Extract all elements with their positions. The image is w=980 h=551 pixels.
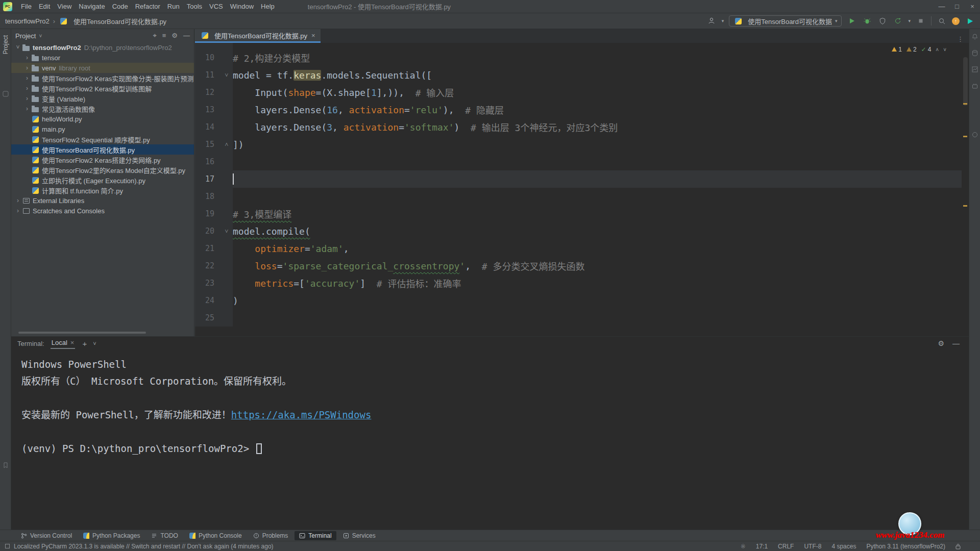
- terminal-tab-local[interactable]: Local ×: [51, 338, 76, 349]
- menu-code[interactable]: Code: [109, 3, 132, 10]
- tab-options-icon[interactable]: ⋮: [957, 35, 969, 43]
- tree-chevron-icon[interactable]: ›: [23, 105, 31, 112]
- code-line[interactable]: 18: [195, 188, 962, 205]
- search-everywhere-icon[interactable]: [937, 16, 947, 26]
- toolwindow-button-version-control[interactable]: Version Control: [16, 531, 77, 540]
- collapse-all-icon[interactable]: ≡: [162, 32, 166, 40]
- menu-file[interactable]: File: [17, 3, 35, 10]
- menu-view[interactable]: View: [54, 3, 75, 10]
- scrollbar-thumb[interactable]: [963, 57, 968, 106]
- sciview-stripe-icon[interactable]: [971, 66, 978, 73]
- plugins-stripe-icon[interactable]: [971, 82, 978, 89]
- code-line[interactable]: 15˄]): [195, 136, 962, 153]
- menu-window[interactable]: Window: [227, 3, 257, 10]
- menu-navigate[interactable]: Navigate: [75, 3, 108, 10]
- coverage-button[interactable]: [877, 16, 888, 26]
- menu-run[interactable]: Run: [164, 3, 183, 10]
- code-line[interactable]: 25: [195, 309, 962, 327]
- tree-item[interactable]: ›常见激活函数图像: [11, 104, 194, 114]
- tree-item[interactable]: ˅tensorflowPro2D:\python_pro\tensorflowP…: [11, 42, 194, 53]
- menu-help[interactable]: Help: [257, 3, 278, 10]
- tree-chevron-icon[interactable]: ›: [23, 54, 31, 61]
- learn-icon[interactable]: [965, 16, 975, 26]
- toolwindow-button-python-packages[interactable]: Python Packages: [79, 531, 144, 540]
- git-user-icon[interactable]: [706, 16, 717, 26]
- toolwindow-button-terminal[interactable]: Terminal: [295, 531, 336, 540]
- tree-item[interactable]: 立即执行模式 (Eager Execution).py: [11, 175, 194, 185]
- status-item-3[interactable]: 4 spaces: [831, 543, 856, 550]
- menu-refactor[interactable]: Refactor: [132, 3, 164, 10]
- menu-tools[interactable]: Tools: [183, 3, 206, 10]
- warning-stripe-mark[interactable]: [963, 103, 967, 105]
- minimize-button[interactable]: —: [934, 3, 949, 10]
- settings-gear-icon[interactable]: ⚙: [172, 32, 178, 40]
- tree-item[interactable]: helloWorld.py: [11, 114, 194, 124]
- warning-stripe-mark[interactable]: [963, 205, 967, 207]
- code-line[interactable]: 11˅model = tf.keras.models.Sequential([: [195, 66, 962, 84]
- warning-stripe-mark[interactable]: [963, 136, 967, 137]
- tree-item[interactable]: TensorFlow2 Sequential 顺序模型.py: [11, 134, 194, 144]
- database-stripe-icon[interactable]: [971, 49, 978, 57]
- horizontal-scrollbar[interactable]: [18, 332, 146, 334]
- editor-scrollbar[interactable]: [962, 43, 969, 336]
- toolwindow-button-problems[interactable]: Problems: [249, 531, 293, 540]
- code-line[interactable]: 16: [195, 153, 962, 170]
- update-notification-icon[interactable]: ↑: [952, 17, 960, 25]
- chevron-down-icon[interactable]: ˅: [39, 33, 42, 39]
- profiler-button[interactable]: [893, 16, 903, 26]
- tree-item[interactable]: 使用TensorFlow2里的Keras Model自定义模型.py: [11, 165, 194, 175]
- run-button[interactable]: [847, 16, 857, 26]
- toolwindow-button-python-console[interactable]: Python Console: [185, 531, 247, 540]
- tab-close-icon[interactable]: ×: [311, 32, 315, 39]
- tree-item[interactable]: ›变量 (Variable): [11, 93, 194, 104]
- terminal-output[interactable]: Windows PowerShell版权所有（C） Microsoft Corp…: [11, 350, 969, 457]
- code-line[interactable]: 14 layers.Dense(3, activation='softmax')…: [195, 118, 962, 136]
- tree-item[interactable]: ›使用TensorFlow2 Keras模型训练图解: [11, 83, 194, 93]
- fold-icon[interactable]: ˅: [220, 228, 233, 235]
- code-line[interactable]: 24): [195, 292, 962, 309]
- terminal-settings-gear-icon[interactable]: ⚙: [938, 339, 944, 347]
- lock-icon[interactable]: [955, 543, 961, 549]
- tree-chevron-icon[interactable]: ›: [23, 64, 31, 71]
- tree-item[interactable]: ›venvlibrary root: [11, 63, 194, 73]
- run-configuration-select[interactable]: 使用TensorBoard可视化数据 ▾: [729, 15, 842, 27]
- tree-chevron-icon[interactable]: ›: [23, 95, 31, 102]
- locate-file-icon[interactable]: ⌖: [153, 32, 156, 40]
- tree-item[interactable]: 使用TensorBoard可视化数据.py: [11, 144, 194, 155]
- chevron-down-icon[interactable]: ▾: [908, 18, 911, 23]
- menu-vcs[interactable]: VCS: [206, 3, 227, 10]
- code-line[interactable]: 9: [195, 43, 962, 49]
- code-line[interactable]: 10# 2,构建分类模型: [195, 49, 962, 66]
- fold-icon[interactable]: ˅: [220, 71, 233, 79]
- tree-chevron-icon[interactable]: ˅: [14, 44, 21, 51]
- gradle-stripe-icon[interactable]: [971, 131, 978, 138]
- terminal-link[interactable]: https://aka.ms/PSWindows: [231, 409, 372, 420]
- code-line[interactable]: 20˅model.compile(: [195, 222, 962, 240]
- close-button[interactable]: ×: [965, 3, 980, 10]
- chevron-down-icon[interactable]: ▾: [722, 18, 724, 23]
- breadcrumb-project[interactable]: tensorflowPro2: [5, 17, 50, 25]
- tree-item[interactable]: ›External Libraries: [11, 195, 194, 206]
- new-terminal-icon[interactable]: +: [82, 339, 87, 348]
- event-log-icon[interactable]: [5, 544, 10, 548]
- code-line[interactable]: 22 loss='sparse_categorical_crossentropy…: [195, 257, 962, 274]
- maximize-button[interactable]: □: [949, 3, 965, 10]
- fold-icon[interactable]: ˄: [220, 141, 233, 148]
- status-item-2[interactable]: UTF-8: [804, 543, 821, 550]
- status-item-1[interactable]: CRLF: [778, 543, 794, 550]
- tree-item[interactable]: 计算图和 tf.function 简介.py: [11, 185, 194, 195]
- status-item-0[interactable]: 17:1: [756, 543, 768, 550]
- hide-panel-icon[interactable]: —: [952, 339, 960, 347]
- tree-chevron-icon[interactable]: ›: [14, 207, 21, 214]
- tree-item[interactable]: ›Scratches and Consoles: [11, 206, 194, 216]
- tree-chevron-icon[interactable]: ›: [23, 74, 31, 82]
- code-line[interactable]: 23 metrics=['accuracy'] # 评估指标：准确率: [195, 274, 962, 292]
- hide-panel-icon[interactable]: —: [183, 32, 190, 40]
- menu-edit[interactable]: Edit: [35, 3, 54, 10]
- tree-item[interactable]: main.py: [11, 124, 194, 134]
- code-line[interactable]: 13 layers.Dense(16, activation='relu'), …: [195, 101, 962, 118]
- tree-item[interactable]: ›tensor: [11, 53, 194, 63]
- toolwindow-button-services[interactable]: Services: [338, 531, 380, 540]
- project-panel-title[interactable]: Project: [15, 32, 36, 40]
- code-viewport[interactable]: 910# 2,构建分类模型11˅model = tf.keras.models.…: [195, 43, 962, 336]
